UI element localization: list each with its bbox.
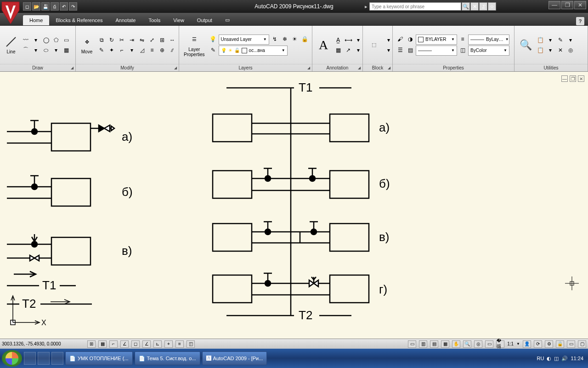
text-button[interactable]: A: [315, 38, 332, 52]
util6-icon[interactable]: ▾: [546, 46, 555, 55]
list-icon[interactable]: ☰: [396, 46, 405, 55]
tab-view[interactable]: View: [167, 15, 191, 25]
polyline-icon[interactable]: 〰: [21, 35, 30, 45]
leader-icon[interactable]: ↗: [344, 46, 353, 55]
snap-toggle[interactable]: ⊞: [87, 340, 96, 348]
lineweight-dropdown[interactable]: ———▼: [416, 46, 457, 56]
qat-open-icon[interactable]: 📂: [32, 2, 40, 11]
insert-block-button[interactable]: ⬚: [366, 38, 382, 52]
table-icon[interactable]: ▦: [334, 46, 343, 55]
clean-screen-icon[interactable]: ▢: [578, 340, 586, 348]
util3-icon[interactable]: ✎: [556, 35, 565, 45]
minimize-button[interactable]: —: [548, 1, 560, 9]
dyn-toggle[interactable]: +: [164, 340, 173, 348]
layer-thw-icon[interactable]: ☀: [290, 34, 300, 44]
scale-label[interactable]: 1:1: [507, 341, 514, 346]
tab-extras-icon[interactable]: ▭: [219, 15, 236, 25]
match-props-icon[interactable]: 🖌: [396, 34, 405, 44]
current-layer-dropdown[interactable]: 💡☀🔓 ос...вна▼: [219, 46, 288, 56]
util1-icon[interactable]: 📋: [536, 35, 545, 45]
qat-print-icon[interactable]: ⎙: [51, 2, 59, 11]
dim-dd-icon[interactable]: ▾: [354, 35, 363, 45]
taskbar-item-1[interactable]: 📄 УМК ОТОПЛЕНИЕ (...: [65, 351, 133, 365]
steering-icon[interactable]: ◎: [474, 340, 482, 348]
qat-new-icon[interactable]: ◻: [23, 2, 31, 11]
fillet-dd-icon[interactable]: ▾: [127, 46, 136, 55]
leader-dd-icon[interactable]: ▾: [354, 46, 363, 55]
ann-vis-icon[interactable]: 👤: [523, 340, 531, 348]
util4-icon[interactable]: ▾: [566, 35, 575, 45]
quicklaunch-3[interactable]: [51, 352, 63, 365]
maximize-button[interactable]: ❐: [561, 1, 573, 9]
hatch-icon[interactable]: ▦: [62, 46, 71, 55]
layout-quick-icon[interactable]: ▥: [419, 340, 427, 348]
layout2-icon[interactable]: ▤: [430, 340, 438, 348]
lang-indicator[interactable]: RU: [537, 356, 544, 361]
extend-icon[interactable]: ⇥: [127, 35, 136, 45]
prop2-icon[interactable]: ▤: [406, 46, 415, 55]
quicklaunch-2[interactable]: [38, 352, 50, 365]
array-icon[interactable]: ⊞: [158, 35, 167, 45]
linetype-dropdown[interactable]: ———ByLay…▼: [468, 34, 509, 45]
search-opt2-icon[interactable]: 𝛴: [479, 2, 487, 11]
rotate-icon[interactable]: ↻: [107, 35, 116, 45]
search-opt1-icon[interactable]: ✕: [470, 2, 479, 11]
stretch-icon[interactable]: ↔: [168, 35, 177, 45]
search-go-icon[interactable]: 🔍: [462, 2, 470, 11]
offset-icon[interactable]: ≡: [147, 46, 157, 55]
rect-icon[interactable]: ▭: [62, 35, 71, 45]
line-button[interactable]: Line: [3, 34, 19, 55]
tab-tools[interactable]: Tools: [142, 15, 167, 25]
layer-properties-button[interactable]: ☰ Layer Properties: [182, 32, 207, 58]
toolbar-lock-icon[interactable]: 🔒: [556, 340, 564, 348]
color-dropdown[interactable]: BYLAYER▼: [416, 34, 457, 45]
plot-style-icon[interactable]: ◫: [458, 46, 467, 55]
ellipse-dd-icon[interactable]: ▾: [51, 46, 61, 55]
tray-icon-1[interactable]: ◐: [547, 356, 551, 362]
mirror-icon[interactable]: ⇋: [137, 35, 147, 45]
tab-annotate[interactable]: Annotate: [109, 15, 142, 25]
tray-icon-2[interactable]: ◫: [554, 356, 559, 362]
zoom-icon[interactable]: 🔍: [463, 340, 471, 348]
quicklaunch-1[interactable]: [24, 352, 36, 365]
zoom-button[interactable]: 🔍: [517, 38, 534, 52]
layer-state-dropdown[interactable]: Unsaved Layer▼: [219, 34, 269, 45]
util5-icon[interactable]: 📋: [536, 46, 545, 55]
mtext-icon[interactable]: A̲: [334, 35, 343, 45]
layout3-icon[interactable]: ▦: [441, 340, 449, 348]
qat-redo-icon[interactable]: ↷: [69, 2, 77, 11]
grid-toggle[interactable]: ▦: [98, 340, 107, 348]
util8-icon[interactable]: ◎: [566, 46, 575, 55]
polygon-icon[interactable]: ⬠: [51, 35, 61, 45]
fillet-icon[interactable]: ⌐: [117, 46, 126, 55]
app-logo[interactable]: [1, 1, 20, 25]
clock[interactable]: 11:24: [571, 356, 583, 361]
tray-volume-icon[interactable]: 🔊: [561, 356, 568, 362]
util2-icon[interactable]: ▾: [546, 35, 555, 45]
layer-iso-icon[interactable]: ↯: [270, 34, 279, 44]
explode-icon[interactable]: ✦: [107, 46, 116, 55]
ducs-toggle[interactable]: ⊾: [153, 340, 162, 348]
block-create-icon[interactable]: ▾: [384, 35, 393, 45]
ann-scale-icon[interactable]: �循: [496, 340, 504, 348]
polar-toggle[interactable]: ∠: [120, 340, 129, 348]
chamfer-icon[interactable]: ◿: [137, 46, 147, 55]
break-icon[interactable]: ⫽: [168, 46, 177, 55]
otrack-toggle[interactable]: ∠: [142, 340, 151, 348]
pan-icon[interactable]: ✋: [452, 340, 460, 348]
qp-toggle[interactable]: ◫: [187, 340, 195, 348]
dim-icon[interactable]: ⟷: [344, 35, 353, 45]
copy-icon[interactable]: ⧉: [97, 35, 106, 45]
tab-output[interactable]: Output: [191, 15, 219, 25]
layer-match-icon[interactable]: ✎: [209, 46, 218, 55]
search-input[interactable]: [369, 2, 461, 11]
arc-dd-icon[interactable]: ▾: [31, 35, 40, 45]
drawing-canvas[interactable]: — ❐ ✕ а) б) в) T1: [0, 72, 588, 339]
join-icon[interactable]: ⊕: [158, 46, 167, 55]
osnap-toggle[interactable]: ◻: [131, 340, 140, 348]
util7-icon[interactable]: ✕: [556, 46, 565, 55]
showmotion-icon[interactable]: ▭: [485, 340, 493, 348]
ellipse-icon[interactable]: ⬭: [41, 46, 51, 55]
start-button[interactable]: [2, 350, 22, 367]
lwt-toggle[interactable]: ≡: [175, 340, 184, 348]
